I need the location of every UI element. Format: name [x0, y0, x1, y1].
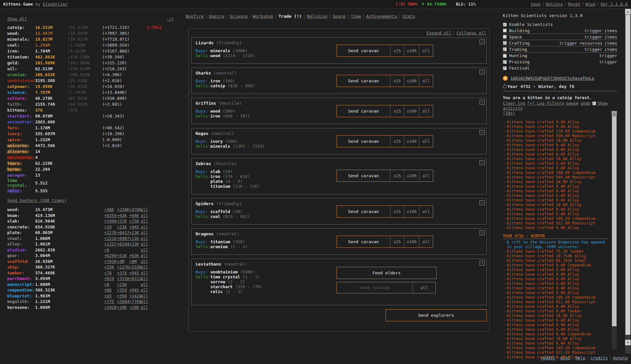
craft-all-link[interactable]: all [141, 242, 162, 246]
log-scrollbar[interactable]: ▲ [612, 111, 617, 349]
craft-link[interactable]: +48K [104, 207, 117, 212]
tab-religion[interactable]: Religion [307, 14, 328, 19]
craft-all-link[interactable]: all [141, 225, 162, 229]
craft-link[interactable]: +2020 [104, 305, 117, 310]
send-explorers-button[interactable]: Send explorers [386, 309, 487, 321]
send-caravan-x100-button[interactable]: x100 [404, 136, 419, 147]
ks-option-checkbox[interactable] [503, 60, 507, 64]
page-scroll-up-icon[interactable]: ▲ [625, 9, 631, 14]
send-caravan-x100-button[interactable]: x100 [404, 45, 419, 56]
craft-link[interactable]: +3884 [117, 299, 129, 304]
craft-all-link[interactable]: all [141, 236, 162, 241]
resource-collapse-toggle[interactable]: -/+ [166, 16, 174, 21]
send-caravan-all-button[interactable]: all [419, 236, 433, 247]
footer-link-wiki[interactable]: wiki [560, 355, 570, 360]
header-link-save[interactable]: Save [531, 2, 541, 7]
craft-link[interactable]: +238K [117, 207, 129, 212]
page-scroll-thumb[interactable] [625, 15, 630, 335]
send-caravan-button[interactable]: Send caravan [337, 282, 412, 293]
header-link-reset[interactable]: Reset [568, 2, 580, 7]
page-scroll-down-icon[interactable]: ▼ [625, 340, 631, 345]
ks-items-link[interactable]: items [604, 41, 617, 46]
send-caravan-button[interactable]: Send caravan [337, 75, 390, 87]
ks-option-checkbox[interactable] [503, 23, 507, 27]
log-control-undo[interactable]: undo [580, 101, 590, 106]
craft-link[interactable]: +624 [104, 276, 117, 281]
send-caravan-x25-button[interactable]: x25 [390, 75, 404, 87]
craft-all-link[interactable]: all [141, 230, 162, 235]
header-link-wipe[interactable]: Wipe [586, 2, 596, 7]
send-caravan-all-button[interactable]: all [419, 75, 433, 87]
craft-link[interactable]: +75K [129, 219, 141, 224]
craft-link[interactable]: +8M [129, 259, 141, 264]
craft-link[interactable]: +255K [129, 265, 141, 269]
send-caravan-x100-button[interactable]: x100 [404, 75, 419, 87]
craft-link[interactable]: +8354 [104, 213, 117, 218]
show-all-link[interactable]: Show All [7, 16, 27, 21]
craft-link[interactable]: +4M [117, 259, 129, 264]
ks-trigger-link[interactable]: trigger [559, 41, 577, 46]
send-caravan-x25-button[interactable]: x25 [390, 136, 404, 147]
panel-collapse-button[interactable]: - [479, 130, 485, 135]
show-activity-checkbox[interactable] [592, 101, 596, 105]
send-caravan-x100-button[interactable]: x100 [404, 236, 419, 247]
craft-all-link[interactable]: all [141, 305, 162, 310]
page-scrollbar[interactable]: ▲ ▼ [625, 9, 631, 353]
ks-option-checkbox[interactable] [503, 66, 507, 70]
craft-link[interactable]: +127K [117, 265, 129, 269]
panel-collapse-button[interactable]: - [479, 200, 485, 205]
craft-link[interactable]: +476K [129, 207, 141, 212]
craft-link[interactable]: +792K [104, 259, 117, 264]
send-caravan-button[interactable]: Send caravan [337, 236, 390, 247]
collapse-all-link[interactable]: Collapse all [456, 31, 486, 35]
craft-all-link[interactable]: all [141, 265, 162, 269]
craft-link[interactable]: +1257 [104, 242, 117, 246]
send-caravan-x25-button[interactable]: x25 [390, 170, 404, 182]
craft-link[interactable]: +37K [117, 219, 129, 224]
tab-achievements[interactable]: Achievements [366, 14, 397, 19]
send-caravan-x25-button[interactable]: x25 [390, 206, 404, 217]
ks-items-link[interactable]: items [604, 47, 617, 52]
ks-trigger-link[interactable]: trigger [584, 34, 602, 39]
send-caravan-x25-button[interactable]: x25 [390, 236, 404, 247]
tab-workshop[interactable]: Workshop [253, 14, 273, 19]
send-caravan-x100-button[interactable]: x100 [404, 206, 419, 217]
ks-trigger-link[interactable]: trigger [599, 59, 617, 64]
craft-all-link[interactable]: all [141, 288, 162, 292]
craft-link[interactable]: +356 [117, 293, 129, 298]
craft-link[interactable]: +378 [117, 270, 129, 275]
ks-items-link[interactable]: items [604, 28, 617, 33]
send-caravan-all-button[interactable]: all [419, 170, 433, 182]
send-hunters-link[interactable]: Send hunters (200 times) [7, 198, 67, 203]
craft-link[interactable]: +1276 [104, 230, 117, 235]
craft-all-link[interactable]: all [141, 293, 162, 298]
tab-time[interactable]: Time [351, 14, 361, 19]
log-control-pawse[interactable]: pawse [566, 101, 579, 106]
log-control-clear-log[interactable]: Clear log [503, 101, 525, 106]
tab-space[interactable]: Space [333, 14, 345, 19]
send-caravan-x25-button[interactable]: x25 [390, 105, 404, 117]
ks-option-checkbox[interactable] [503, 29, 507, 32]
send-caravan-button[interactable]: Send caravan [337, 136, 390, 147]
send-caravan-x100-button[interactable]: x100 [404, 105, 419, 117]
ks-option-checkbox[interactable] [503, 41, 507, 45]
craft-link[interactable]: +6417 [117, 230, 129, 235]
panel-collapse-button[interactable]: - [479, 160, 485, 165]
craft-all-link[interactable]: all [141, 282, 162, 287]
feed-elders-button[interactable]: Feed elders [337, 267, 436, 279]
craft-link[interactable]: +3156 [117, 276, 129, 281]
send-caravan-all-button[interactable]: all [419, 136, 433, 147]
craft-link[interactable]: +66 [104, 288, 117, 292]
tab-bonfire[interactable]: Bonfire [186, 14, 204, 19]
ks-option-checkbox[interactable] [503, 35, 507, 39]
ks-trigger-link[interactable]: trigger [584, 28, 602, 33]
craft-all-link[interactable]: all [141, 247, 162, 252]
expand-all-link[interactable]: Expand all [427, 31, 451, 35]
craft-link[interactable]: +42K [117, 213, 129, 218]
craft-link[interactable]: +13K [129, 242, 141, 246]
craft-link[interactable]: +775 [104, 299, 117, 304]
craft-link[interactable]: +1424 [129, 293, 141, 298]
send-caravan-button[interactable]: Send caravan [337, 45, 390, 56]
panel-collapse-button[interactable]: - [479, 39, 485, 44]
craft-all-link[interactable]: all [141, 299, 162, 304]
